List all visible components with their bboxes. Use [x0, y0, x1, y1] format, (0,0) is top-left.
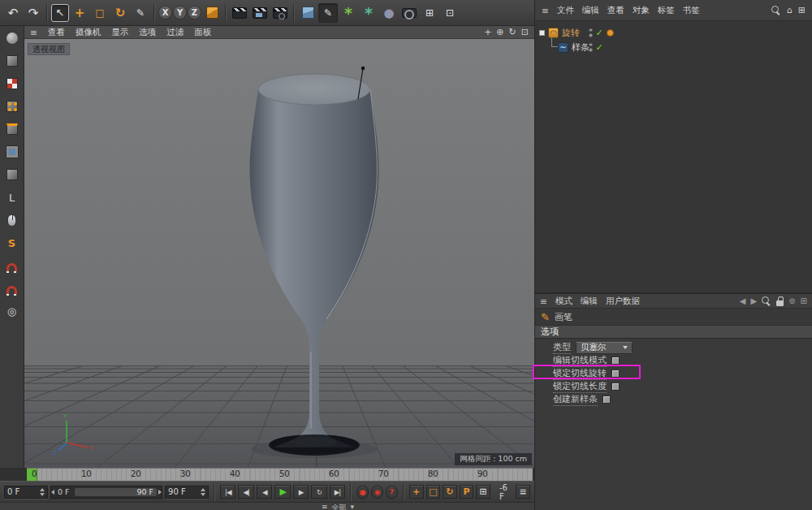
- play-button[interactable]: ▶: [274, 485, 290, 499]
- viewport-select-button[interactable]: [3, 212, 21, 228]
- range-track[interactable]: 90 F: [75, 488, 158, 496]
- solo-mode-button[interactable]: S: [3, 235, 21, 251]
- range-right-arrow-icon[interactable]: [158, 490, 162, 495]
- live-selection-tool[interactable]: ↖: [51, 4, 69, 22]
- visibility-dots-icon[interactable]: [589, 43, 593, 52]
- display-menu-button[interactable]: ⊞: [420, 3, 439, 23]
- create-new-spline-checkbox[interactable]: [603, 395, 611, 404]
- camera-menu-button[interactable]: [400, 3, 419, 23]
- panel-menu-icon[interactable]: ⊞: [798, 5, 806, 15]
- prev-key-button[interactable]: ◀|: [238, 485, 253, 499]
- object-row-lathe[interactable]: ◠ 旋转 ✓: [535, 25, 812, 40]
- enabled-check-icon[interactable]: ✓: [596, 28, 603, 38]
- key-position-button[interactable]: +: [409, 485, 424, 499]
- pan-view-icon[interactable]: +: [484, 27, 491, 37]
- lock-icon[interactable]: [776, 300, 784, 306]
- coordinate-system-button[interactable]: [202, 3, 222, 23]
- object-name[interactable]: 旋转: [562, 27, 580, 39]
- autokey-button[interactable]: ◉: [371, 486, 383, 499]
- content-menu-button[interactable]: ⊡: [440, 3, 460, 23]
- next-frame-button[interactable]: ▶: [293, 485, 309, 499]
- end-frame-field[interactable]: 90 F: [165, 486, 209, 499]
- undo-icon[interactable]: ↶: [3, 3, 23, 23]
- lock-x-axis-button[interactable]: X: [158, 6, 172, 19]
- scale-tool[interactable]: □: [90, 3, 110, 23]
- timeline-menu-button[interactable]: ≡: [516, 485, 530, 499]
- fold-icon[interactable]: [539, 30, 545, 36]
- menu-edit[interactable]: 编辑: [582, 5, 599, 16]
- menu-tags[interactable]: 标签: [658, 5, 675, 16]
- object-row-spline[interactable]: ~ 样条 ✓: [535, 40, 812, 54]
- key-rotation-button[interactable]: ↻: [443, 485, 457, 499]
- history-back-icon[interactable]: ◀: [740, 296, 746, 305]
- viewport-menu-icon[interactable]: ≡: [30, 28, 37, 37]
- prev-frame-button[interactable]: ◀: [257, 485, 272, 499]
- menu-view[interactable]: 查看: [607, 5, 624, 16]
- viewport-canvas[interactable]: Y X Z 透视视图 网格间距 : 100 cm: [24, 39, 534, 468]
- object-name[interactable]: 样条: [572, 41, 590, 54]
- current-frame-field[interactable]: 0 F: [4, 486, 48, 499]
- simulate-menu-button[interactable]: *: [359, 3, 378, 23]
- lock-tangent-length-checkbox[interactable]: [611, 382, 620, 391]
- loop-button[interactable]: ↻: [311, 485, 326, 499]
- spinner-arrows-icon[interactable]: [40, 488, 45, 496]
- menu-file[interactable]: 文件: [557, 5, 574, 16]
- object-mode-button[interactable]: [3, 166, 21, 183]
- follow-icon[interactable]: ⊚: [788, 296, 795, 305]
- menu-panel[interactable]: 面板: [194, 27, 211, 38]
- enabled-check-icon[interactable]: ✓: [596, 42, 603, 53]
- texture-mode-button[interactable]: [3, 76, 21, 92]
- menu-display[interactable]: 显示: [111, 27, 128, 38]
- make-editable-button[interactable]: [3, 30, 21, 46]
- lock-z-axis-button[interactable]: Z: [188, 6, 201, 19]
- menu-objects[interactable]: 对象: [633, 5, 650, 16]
- home-icon[interactable]: ⌂: [787, 5, 793, 15]
- edges-mode-button[interactable]: [3, 121, 21, 137]
- toggle-view-icon[interactable]: ⊡: [521, 27, 529, 37]
- visibility-dots-icon[interactable]: [589, 28, 593, 37]
- rotate-tool[interactable]: ↻: [110, 3, 130, 23]
- strip-all-label[interactable]: 全部: [332, 503, 347, 510]
- panel-menu-icon[interactable]: ⊞: [801, 296, 807, 305]
- find-icon[interactable]: [762, 296, 771, 306]
- goto-start-button[interactable]: |◀: [220, 485, 235, 499]
- menu-view[interactable]: 查看: [48, 27, 65, 38]
- move-tool[interactable]: +: [70, 3, 89, 23]
- tab-edit[interactable]: 编辑: [581, 296, 598, 307]
- render-view-button[interactable]: [230, 3, 249, 23]
- snap-toggle-button[interactable]: [3, 257, 21, 274]
- type-dropdown[interactable]: 贝塞尔: [576, 342, 633, 354]
- redo-icon[interactable]: ↷: [24, 3, 43, 23]
- render-picture-viewer-button[interactable]: [250, 3, 270, 23]
- mograph-menu-button[interactable]: *: [339, 3, 358, 23]
- tab-mode[interactable]: 模式: [555, 296, 572, 307]
- lock-tangent-rotation-checkbox[interactable]: [611, 370, 620, 378]
- polygons-mode-button[interactable]: [3, 144, 21, 160]
- spinner-arrows-icon[interactable]: [201, 488, 205, 496]
- am-menu-icon[interactable]: ≡: [540, 296, 547, 306]
- tag-icon[interactable]: [607, 29, 614, 37]
- options-section-header[interactable]: 选项: [535, 326, 812, 339]
- key-pla-button[interactable]: ⊞: [476, 485, 490, 499]
- snap-settings-button[interactable]: [3, 280, 21, 296]
- key-parameter-button[interactable]: P: [460, 485, 474, 499]
- quantize-toggle-button[interactable]: ◎: [3, 303, 21, 319]
- render-settings-button[interactable]: [270, 3, 290, 23]
- key-scale-button[interactable]: □: [426, 485, 441, 499]
- spline-pen-button[interactable]: ✎: [318, 3, 338, 23]
- tab-user-data[interactable]: 用户数据: [606, 296, 640, 307]
- menu-camera[interactable]: 摄像机: [76, 27, 102, 38]
- timeline-ruler[interactable]: 0 10 20 30 40 50 60 70 80 90: [27, 468, 533, 481]
- model-mode-button[interactable]: [3, 53, 21, 69]
- menu-options[interactable]: 选项: [139, 27, 156, 38]
- frame-range-slider[interactable]: 0 F 90 F: [50, 486, 162, 499]
- goto-end-button[interactable]: ▶|: [330, 485, 345, 499]
- lock-y-axis-button[interactable]: Y: [173, 6, 187, 19]
- last-used-tool[interactable]: ✎: [131, 3, 150, 23]
- history-forward-icon[interactable]: ▶: [751, 296, 758, 305]
- points-mode-button[interactable]: [3, 98, 21, 115]
- menu-filter[interactable]: 过滤: [166, 27, 184, 38]
- object-manager-tree[interactable]: ◠ 旋转 ✓ ~ 样条 ✓: [535, 21, 812, 292]
- record-keyframe-button[interactable]: ●: [356, 486, 369, 499]
- menu-bookmarks[interactable]: 书签: [683, 5, 700, 16]
